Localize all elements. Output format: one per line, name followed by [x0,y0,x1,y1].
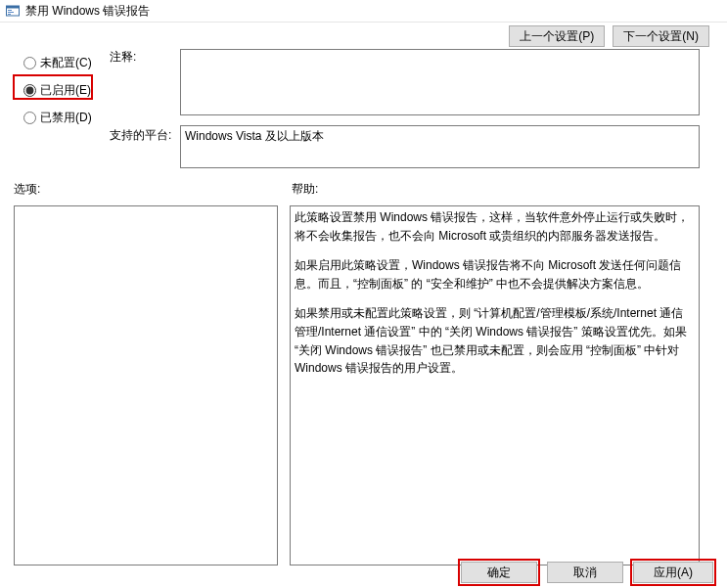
prev-setting-button[interactable]: 上一个设置(P) [509,25,605,47]
cancel-button[interactable]: 取消 [547,562,623,583]
radio-disabled-input[interactable] [23,112,36,124]
title-bar: 禁用 Windows 错误报告 [0,0,727,23]
apply-button[interactable]: 应用(A) [633,562,713,583]
radio-enabled-input[interactable] [23,84,36,97]
radio-disabled[interactable]: 已禁用(D) [22,104,104,131]
help-paragraph: 如果禁用或未配置此策略设置，则 “计算机配置/管理模板/系统/Internet … [295,304,695,377]
gpo-editor-window: 禁用 Windows 错误报告 上一个设置(P) 下一个设置(N) 未配置(C)… [0,0,727,588]
radio-enabled-label: 已启用(E) [40,82,91,99]
comment-label: 注释: [110,49,136,66]
help-label: 帮助: [292,181,318,198]
radio-not-configured-input[interactable] [23,57,36,69]
radio-not-configured[interactable]: 未配置(C) [22,49,104,76]
help-panel[interactable]: 此策略设置禁用 Windows 错误报告，这样，当软件意外停止运行或失败时，将不… [290,205,700,565]
next-setting-button[interactable]: 下一个设置(N) [613,25,709,47]
state-radio-group: 未配置(C) 已启用(E) 已禁用(D) [22,49,104,131]
help-paragraph: 此策略设置禁用 Windows 错误报告，这样，当软件意外停止运行或失败时，将不… [295,208,695,245]
svg-rect-2 [8,10,12,11]
comment-textarea[interactable] [180,49,700,115]
radio-disabled-label: 已禁用(D) [40,110,92,126]
svg-rect-1 [7,6,20,9]
nav-buttons: 上一个设置(P) 下一个设置(N) [509,25,709,47]
radio-not-configured-label: 未配置(C) [40,55,92,71]
options-label: 选项: [14,181,40,198]
dialog-button-row: 确定 取消 应用(A) [461,562,713,583]
ok-button[interactable]: 确定 [461,562,537,583]
window-title: 禁用 Windows 错误报告 [25,3,150,20]
help-paragraph: 如果启用此策略设置，Windows 错误报告将不向 Microsoft 发送任何… [295,256,695,293]
supported-platform-box [180,125,700,168]
svg-rect-4 [8,14,11,15]
svg-rect-3 [8,12,14,13]
policy-icon [6,4,20,18]
platform-label: 支持的平台: [110,127,171,144]
options-panel[interactable] [14,205,278,565]
radio-enabled[interactable]: 已启用(E) [22,76,104,104]
